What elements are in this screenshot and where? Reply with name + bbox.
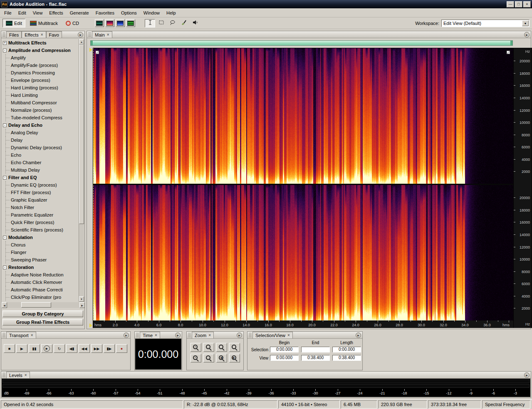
panel-menu-button[interactable]: ▶ (78, 32, 83, 37)
scroll-up-button[interactable]: ▲ (79, 39, 84, 44)
tree-item[interactable]: -Restoration (2, 264, 79, 271)
close-tab-icon[interactable]: × (31, 333, 33, 337)
panel-menu-button[interactable]: ▶ (124, 333, 129, 338)
panel-menu-button[interactable]: ▶ (524, 372, 530, 378)
view-begin-field[interactable]: 0:00.000 (270, 355, 299, 361)
view-end-field[interactable]: 0:38.400 (301, 355, 330, 361)
selection-handle-right[interactable] (507, 51, 510, 54)
zoom-in-vertically-button[interactable]: + (191, 354, 201, 362)
scroll-left-button[interactable]: ◀ (2, 302, 7, 308)
restore-button[interactable]: □ (515, 1, 522, 7)
menu-item-help[interactable]: Help (163, 9, 179, 17)
panel-grip[interactable] (2, 333, 5, 338)
menu-item-effects[interactable]: Effects (46, 9, 66, 17)
menu-item-file[interactable]: File (1, 9, 15, 17)
zoom-out-vertically-button[interactable]: - (203, 354, 214, 362)
marquee-selection-tool-button[interactable] (156, 19, 166, 27)
panel-grip[interactable] (136, 333, 139, 338)
selection-end-field[interactable] (301, 347, 330, 352)
spectral-phase-view-button[interactable] (126, 19, 135, 27)
effects-tree-horizontal-scrollbar[interactable]: ◀ ▶ (2, 302, 85, 308)
transport-pause-button[interactable]: ▮▮ (29, 344, 40, 353)
tree-item[interactable]: Sweeping Phaser (2, 256, 79, 264)
workspace-select[interactable]: Edit View (Default) ▼ (441, 20, 530, 27)
menu-item-options[interactable]: Options (118, 9, 140, 17)
scroll-down-button[interactable]: ▼ (79, 296, 84, 302)
tree-item[interactable]: Dynamic EQ (process) (2, 181, 79, 189)
close-tab-icon[interactable]: × (25, 373, 27, 377)
tree-item[interactable]: Multiband Compressor (2, 99, 79, 106)
panel-grip[interactable] (2, 32, 5, 37)
multitrack-view-button[interactable]: Multitrack (27, 19, 61, 27)
group-real-time-effects-button[interactable]: Group Real-Time Effects (2, 319, 83, 325)
tree-item[interactable]: Amplify/Fade (process) (2, 62, 79, 69)
tree-item[interactable]: Multitap Delay (2, 166, 79, 174)
zoom-to-selection-button[interactable] (229, 343, 240, 352)
tree-expand-box[interactable]: - (3, 123, 7, 127)
tree-expand-box[interactable]: + (3, 41, 7, 45)
menu-item-favorites[interactable]: Favorites (92, 9, 118, 17)
time-display[interactable]: 0:00.000 (135, 339, 181, 370)
tree-item[interactable]: Hard Limiting (process) (2, 84, 79, 91)
tab-zoom[interactable]: Zoom × (192, 332, 214, 338)
tree-item[interactable]: Echo (2, 151, 79, 159)
tree-item[interactable]: Echo Chamber (2, 159, 79, 166)
tab-files[interactable]: Files (6, 31, 22, 38)
effects-paintbrush-tool-button[interactable] (178, 19, 189, 27)
scrub-tool-button[interactable] (190, 19, 200, 27)
tab-main[interactable]: Main × (92, 31, 112, 38)
tree-item[interactable]: Notch Filter (2, 204, 79, 211)
tree-item[interactable]: -Delay and Echo (2, 121, 79, 129)
panel-menu-button[interactable]: ▶ (237, 333, 242, 338)
transport-stop-button[interactable]: ■ (4, 344, 15, 353)
chevron-down-icon[interactable]: ▼ (522, 20, 529, 26)
panel-grip[interactable] (188, 333, 191, 338)
zoom-to-left-edge-button[interactable]: ◀ (216, 354, 227, 362)
tree-item[interactable]: Automatic Click Remover (2, 278, 79, 286)
tree-item[interactable]: +Multitrack Effects (2, 39, 79, 47)
transport-play-from-cursor-button[interactable]: ▶ (41, 344, 52, 353)
tree-expand-box[interactable]: - (3, 49, 7, 52)
tree-item[interactable]: Automatic Phase Correcti (2, 286, 79, 293)
close-tab-icon[interactable]: × (155, 333, 157, 337)
tab-effects[interactable]: Effects× (22, 31, 46, 38)
panel-grip[interactable] (249, 333, 252, 338)
playhead-marker-top[interactable] (89, 48, 92, 52)
effects-tree-vertical-scrollbar[interactable]: ▲ ▼ (79, 39, 84, 302)
tree-item[interactable]: Adaptive Noise Reduction (2, 271, 79, 278)
close-button[interactable]: × (523, 1, 531, 7)
tree-item[interactable]: Click/Pop Eliminator (pro (2, 293, 79, 301)
close-tab-icon[interactable]: × (41, 33, 43, 37)
tree-item[interactable]: Envelope (process) (2, 76, 79, 84)
zoom-in-horizontally-button[interactable]: + (191, 343, 201, 352)
tab-levels[interactable]: Levels × (6, 372, 30, 378)
time-ruler[interactable]: hms2.04.06.08.010.012.014.016.018.020.02… (93, 320, 513, 328)
cd-view-button[interactable]: CD (62, 19, 82, 27)
spectral-pan-view-button[interactable] (116, 19, 125, 27)
menu-item-window[interactable]: Window (140, 9, 163, 17)
tree-item[interactable]: -Amplitude and Compression (2, 47, 79, 54)
transport-go-to-end-button[interactable]: ▮▶ (104, 344, 115, 353)
tree-item[interactable]: Analog Delay (2, 129, 79, 136)
waveform-view-button[interactable] (95, 19, 104, 27)
minimize-button[interactable]: — (507, 1, 514, 7)
tab-time[interactable]: Time × (140, 332, 160, 338)
levels-scale[interactable]: dB-69-66-63-60-57-54-51-48-45-42-39-36-3… (2, 379, 530, 397)
close-tab-icon[interactable]: × (208, 333, 211, 337)
close-tab-icon[interactable]: × (287, 333, 290, 337)
view-length-field[interactable]: 0:38.400 (332, 355, 361, 361)
zoom-to-right-edge-button[interactable]: ▶ (229, 354, 240, 362)
tree-item[interactable]: -Filter and EQ (2, 174, 79, 181)
tab-favo[interactable]: Favo (46, 31, 62, 38)
menu-item-generate[interactable]: Generate (67, 9, 92, 17)
group-by-category-button[interactable]: Group By Category (2, 310, 83, 317)
title-bar[interactable]: Au Adobe Audition - flac.flac — □ × (0, 0, 532, 8)
transport-play-looped-button[interactable]: ↻ (54, 344, 65, 353)
transport-go-to-beginning-button[interactable]: ◀▮ (66, 344, 77, 353)
zoom-out-horizontally-button[interactable]: - (203, 343, 214, 352)
transport-rewind-button[interactable]: ◀◀ (79, 344, 90, 353)
selection-length-field[interactable]: 0:00.000 (332, 347, 361, 352)
transport-play-button[interactable]: ▶ (16, 344, 27, 353)
lasso-selection-tool-button[interactable] (167, 19, 178, 27)
tree-item[interactable]: Dynamics Processing (2, 69, 79, 76)
